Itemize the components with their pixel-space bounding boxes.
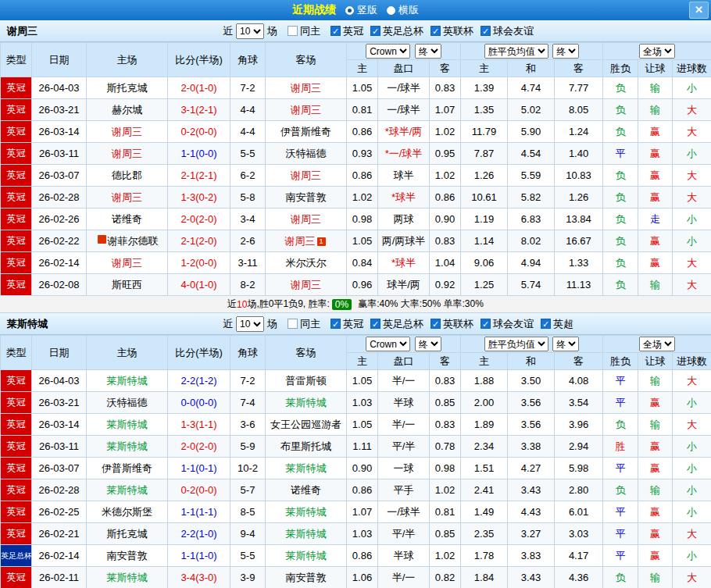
goals-result: 小 — [673, 392, 711, 414]
league-checkbox[interactable]: ✓英足总杯 — [370, 24, 423, 38]
league-checkbox[interactable]: ✓英足总杯 — [370, 317, 423, 331]
col-eu-draw: 和 — [508, 60, 555, 77]
col-type: 类型 — [1, 336, 32, 370]
away-team: 莱斯特城 — [266, 458, 347, 479]
handicap-odds-home: 1.07 — [347, 501, 378, 523]
match-type: 英冠 — [1, 165, 32, 187]
league-label: 英足总杯 — [383, 317, 423, 331]
eu-odds-draw: 4.94 — [508, 252, 555, 274]
handicap-odds-home: 1.02 — [347, 187, 378, 208]
home-team: 米德尔斯堡 — [87, 501, 168, 523]
match-row: 英冠26-04-03斯托克城2-0(1-0)7-2谢周三1.05一/球半0.83… — [1, 77, 711, 99]
eu-odds-home: 9.06 — [461, 252, 508, 274]
goals-result: 大 — [673, 274, 711, 296]
layout-radio-horizontal[interactable]: 横版 — [387, 3, 419, 17]
europe-odds-select[interactable]: 胜平负均值 — [484, 337, 548, 351]
match-row: 英冠26-02-21斯托克城2-2(1-0)9-4莱斯特城1.03平/半0.85… — [1, 523, 711, 545]
goals-result: 小 — [673, 458, 711, 479]
layout-radio-vertical[interactable]: 竖版 — [345, 3, 377, 17]
match-type: 英冠 — [1, 414, 32, 436]
result: 胜 — [603, 436, 638, 458]
league-checkbox[interactable]: ✓球会友谊 — [481, 317, 534, 331]
handicap-result: 赢 — [638, 121, 673, 143]
final-odds-select[interactable]: 终 — [415, 337, 441, 351]
score: 1-2(0-0) — [168, 252, 230, 274]
handicap-odds-home: 1.03 — [347, 392, 378, 414]
result: 负 — [603, 77, 638, 99]
team-name: 莱斯特城 — [0, 317, 223, 331]
league-checkbox[interactable]: ✓英冠 — [330, 317, 363, 331]
bookmaker-select[interactable]: Crown — [366, 44, 410, 59]
handicap-result: 赢 — [638, 230, 673, 252]
home-team: 斯旺西 — [87, 274, 168, 296]
handicap-odds-home: 1.06 — [347, 567, 378, 588]
corners: 7-2 — [230, 77, 266, 99]
goals-result: 小 — [673, 208, 711, 230]
checkbox-icon: ✓ — [481, 319, 491, 329]
radio-label: 竖版 — [357, 3, 377, 17]
handicap-result: 赢 — [638, 458, 673, 479]
games-count-select[interactable]: 10 — [236, 316, 264, 332]
eu-odds-draw: 5.82 — [508, 187, 555, 208]
handicap-odds-home: 1.03 — [347, 523, 378, 545]
team-mark-icon: 1 — [317, 237, 326, 246]
eu-odds-draw: 3.83 — [508, 545, 555, 567]
match-row: 英冠26-03-14莱斯特城1-3(1-1)3-6女王公园巡游者1.05半/一0… — [1, 414, 711, 436]
away-team: 普雷斯顿 — [266, 370, 347, 392]
europe-odds-group: 胜平负均值 终 — [461, 43, 603, 60]
match-date: 26-03-07 — [32, 165, 87, 187]
eu-odds-home: 1.25 — [461, 274, 508, 296]
games-count-select[interactable]: 10 — [236, 23, 264, 39]
handicap-result: 输 — [638, 414, 673, 436]
handicap-result: 赢 — [638, 252, 673, 274]
europe-odds-select[interactable]: 胜平负均值 — [484, 44, 548, 59]
eu-odds-home: 2.41 — [461, 479, 508, 501]
final-odds-select[interactable]: 终 — [415, 44, 441, 59]
score: 1-1(1-0) — [168, 545, 230, 567]
handicap-odds-away: 0.90 — [430, 208, 461, 230]
eu-odds-home: 10.61 — [461, 187, 508, 208]
handicap: 一球 — [378, 458, 430, 479]
result: 平 — [603, 545, 638, 567]
eu-odds-home: 1.78 — [461, 545, 508, 567]
score: 0-2(0-0) — [168, 121, 230, 143]
radio-label: 横版 — [398, 3, 419, 17]
home-team: 谢周三 — [87, 252, 168, 274]
eu-odds-home: 7.87 — [461, 143, 508, 165]
score: 0-0(0-0) — [168, 392, 230, 414]
final-odds-select[interactable]: 终 — [552, 337, 579, 351]
goals-result: 小 — [673, 143, 711, 165]
bookmaker-select[interactable]: Crown — [366, 337, 410, 351]
match-row: 英冠26-02-14谢周三1-2(0-0)3-11米尔沃尔0.84*球半1.04… — [1, 252, 711, 274]
match-date: 26-03-11 — [32, 436, 87, 458]
eu-odds-draw: 5.59 — [508, 165, 555, 187]
same-home-checkbox[interactable]: 同主 — [288, 317, 320, 331]
close-button[interactable]: ✕ — [689, 2, 709, 19]
league-checkbox[interactable]: ✓英联杯 — [431, 317, 473, 331]
scope-select[interactable]: 全场 — [639, 44, 675, 59]
eu-odds-draw: 3.50 — [508, 370, 555, 392]
match-type: 英冠 — [1, 458, 32, 479]
handicap-result: 输 — [638, 479, 673, 501]
handicap: *球半/两 — [378, 121, 430, 143]
same-home-checkbox[interactable]: 同主 — [288, 24, 320, 38]
col-let-ball: 让球 — [638, 353, 673, 370]
col-eu-home: 主 — [461, 353, 508, 370]
match-row: 英冠26-02-22谢菲尔德联2-1(2-0)2-6谢周三11.05两/两球半0… — [1, 230, 711, 252]
away-team: 女王公园巡游者 — [266, 414, 347, 436]
league-checkbox[interactable]: ✓英联杯 — [431, 24, 473, 38]
match-date: 26-02-22 — [32, 230, 87, 252]
score: 2-0(1-0) — [168, 77, 230, 99]
same-home-label: 同主 — [300, 317, 320, 331]
final-odds-select[interactable]: 终 — [552, 44, 579, 59]
match-date: 26-02-25 — [32, 501, 87, 523]
league-checkbox[interactable]: ✓球会友谊 — [481, 24, 534, 38]
result: 负 — [603, 414, 638, 436]
away-team: 诺维奇 — [266, 479, 347, 501]
handicap-odds-away: 1.02 — [430, 479, 461, 501]
match-date: 26-02-21 — [32, 523, 87, 545]
scope-select[interactable]: 全场 — [639, 337, 675, 351]
league-checkbox[interactable]: ✓英冠 — [330, 24, 363, 38]
league-checkbox[interactable]: ✓英超 — [541, 317, 573, 331]
col-corner: 角球 — [230, 336, 266, 370]
